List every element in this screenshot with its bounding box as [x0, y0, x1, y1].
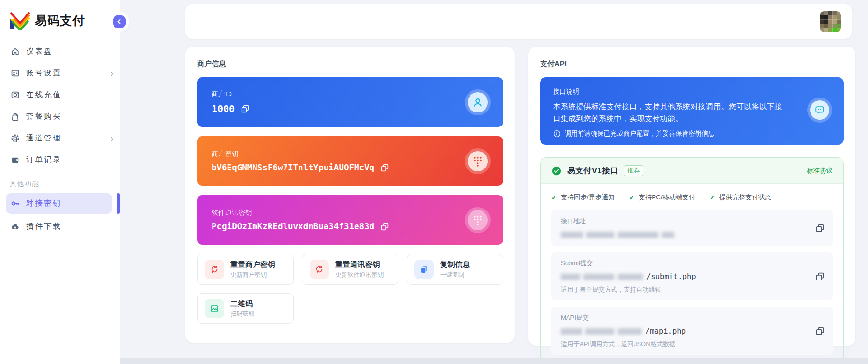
chat-icon	[814, 105, 825, 115]
avatar[interactable]	[820, 11, 841, 32]
reset-merchant-key-button[interactable]: 重置商户密钥 更新商户密钥	[197, 254, 294, 285]
sidebar-item-label: 套餐购买	[26, 112, 62, 122]
key-icon	[11, 199, 20, 208]
sidebar-item-api-keys[interactable]: 对接密钥	[6, 193, 112, 214]
merchant-id-label: 商户ID	[212, 90, 503, 98]
sidebar-item-package-purchase[interactable]: 套餐购买	[0, 106, 120, 127]
copy-icon	[815, 223, 825, 233]
copy-endpoint-button[interactable]	[815, 326, 825, 336]
notice-tip-text: 调用前请确保已完成商户配置，并妥善保管密钥信息	[565, 129, 715, 138]
redacted-url-segment	[561, 328, 582, 335]
redacted-url-segment	[618, 328, 642, 335]
merchant-key-banner: 商户密钥 bV6EqGNMNSsF6w7ITnltYpuiAUOFMcVq	[197, 136, 503, 186]
wallet-icon	[11, 155, 20, 165]
redacted-url-segment	[561, 232, 583, 238]
brand-name: 易码支付	[35, 13, 85, 28]
sidebar-item-plugin-download[interactable]: 插件下载	[6, 216, 120, 238]
feature-item: ✓提供完整支付状态	[710, 193, 771, 202]
action-title: 重置通讯密钥	[335, 260, 384, 269]
copy-info-button[interactable]: 复制信息 一键复制	[407, 254, 503, 285]
active-accent-bar	[117, 193, 120, 214]
endpoint-value: /submit.php	[561, 272, 804, 281]
endpoint-value: /mapi.php	[561, 326, 804, 336]
endpoint-desc: 适用于表单提交方式，支持自动跳转	[561, 285, 804, 294]
interface-title: 易支付V1接口	[567, 166, 618, 176]
notice-label: 接口说明	[553, 87, 786, 96]
action-title: 二维码	[230, 299, 255, 308]
endpoint-suffix: /mapi.php	[645, 327, 686, 336]
api-card-title: 支付API	[540, 59, 844, 69]
dialpad-icon	[472, 214, 483, 226]
endpoint-api-url: 接口地址	[551, 210, 833, 246]
sidebar-item-dashboard[interactable]: 仪表盘	[0, 41, 120, 62]
action-subtitle: 更新软件通讯密钥	[335, 271, 384, 279]
sidebar-item-channel-management[interactable]: 通道管理 ›	[0, 127, 120, 149]
image-icon	[205, 299, 224, 318]
copy-merchant-id-button[interactable]	[241, 104, 250, 113]
chevron-right-icon: ›	[110, 68, 113, 79]
copy-software-key-button[interactable]	[380, 222, 389, 231]
topbar	[185, 4, 852, 39]
id-card-icon	[11, 69, 20, 78]
shopping-bag-icon	[11, 112, 20, 121]
reset-comm-key-button[interactable]: 重置通讯密钥 更新软件通讯密钥	[302, 254, 398, 285]
avatar-image	[820, 11, 841, 32]
endpoint-label: 接口地址	[561, 217, 804, 225]
endpoint-label: MAPI提交	[561, 313, 804, 322]
refresh-icon	[310, 260, 329, 279]
sidebar-item-label: 订单记录	[26, 155, 62, 165]
sidebar-item-label: 对接密钥	[26, 198, 62, 209]
brand: 易码支付	[0, 0, 120, 30]
protocol-label: 标准协议	[807, 167, 833, 175]
copy-icon	[380, 222, 389, 231]
redacted-url-segment	[662, 232, 674, 238]
chevron-right-icon: ›	[110, 133, 113, 144]
sidebar-item-label: 在线充值	[26, 90, 62, 100]
feature-item: ✓支持同步/异步通知	[551, 193, 615, 202]
sidebar-extra: 对接密钥 插件下载	[0, 193, 120, 238]
gear-icon	[11, 134, 20, 143]
merchant-info-card: 商户信息 商户ID 1000 商户密钥 bV6EqGNMNSsF6w7ITnlt…	[185, 47, 515, 343]
recommended-badge: 推荐	[624, 165, 643, 176]
interface-section: 易支付V1接口 推荐 标准协议 ✓支持同步/异步通知 ✓支持PC/移动端支付 ✓…	[540, 157, 844, 364]
copy-endpoint-button[interactable]	[815, 223, 825, 233]
merchant-actions: 重置商户密钥 更新商户密钥 重置通讯密钥 更新软件通讯密钥 复制信息	[197, 254, 503, 324]
action-subtitle: 扫码获取	[230, 310, 255, 318]
redacted-url-segment	[586, 232, 614, 238]
action-title: 重置商户密钥	[230, 260, 275, 269]
refresh-icon	[205, 260, 224, 279]
copy-icon	[380, 163, 389, 172]
cloud-download-icon	[11, 222, 20, 231]
sidebar-section-label: 其他功能	[0, 180, 120, 188]
copy-icon	[815, 271, 825, 281]
check-icon: ✓	[551, 194, 557, 201]
endpoint-submit: Submit提交 /submit.php 适用于表单提交方式，支持自动跳转	[551, 252, 833, 300]
sidebar-item-order-records[interactable]: 订单记录	[0, 149, 120, 171]
check-icon: ✓	[710, 194, 715, 201]
api-notice: 接口说明 本系统提供标准支付接口，支持其他系统对接调用。您可以将以下接口集成到您…	[540, 77, 844, 145]
chat-bubble-fab	[807, 98, 832, 123]
logo-icon	[9, 11, 31, 30]
endpoint-label: Submit提交	[561, 259, 804, 267]
sidebar-collapse-button[interactable]	[113, 15, 126, 28]
software-key-label: 软件通讯密钥	[212, 209, 503, 217]
sidebar-item-label: 账号设置	[26, 68, 62, 78]
qrcode-button[interactable]: 二维码 扫码获取	[197, 293, 294, 324]
sidebar-item-label: 插件下载	[26, 222, 62, 232]
copy-merchant-key-button[interactable]	[380, 163, 389, 172]
copy-endpoint-button[interactable]	[815, 271, 825, 281]
sidebar: 易码支付 仪表盘 账号设置 › 在线充值 套餐购买 通道管理 › 订	[0, 0, 120, 364]
check-icon: ✓	[629, 194, 635, 201]
redacted-url-segment	[561, 274, 580, 280]
bottom-strip	[120, 358, 868, 364]
merchant-key-value: bV6EqGNMNSsF6w7ITnltYpuiAUOFMcVq	[212, 163, 374, 172]
home-icon	[11, 47, 20, 56]
sidebar-item-account-settings[interactable]: 账号设置 ›	[0, 62, 120, 84]
sidebar-item-label: 仪表盘	[26, 46, 53, 56]
sidebar-item-online-recharge[interactable]: 在线充值	[0, 84, 120, 106]
redacted-url-segment	[583, 274, 614, 280]
redacted-url-segment	[618, 232, 658, 238]
redacted-url-segment	[618, 274, 643, 280]
feature-list: ✓支持同步/异步通知 ✓支持PC/移动端支付 ✓提供完整支付状态	[551, 193, 833, 202]
interface-header: 易支付V1接口 推荐 标准协议	[541, 158, 843, 184]
